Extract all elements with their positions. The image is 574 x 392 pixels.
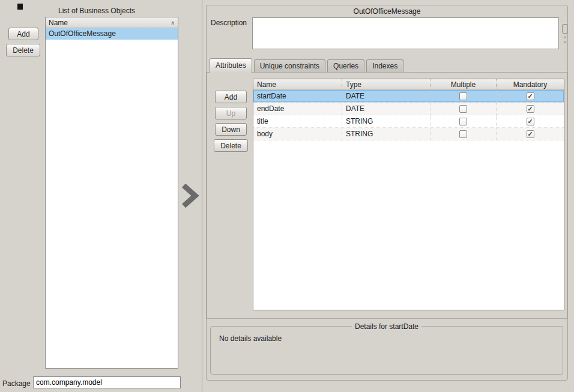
attribute-name-cell: body <box>253 128 342 140</box>
multiple-checkbox[interactable] <box>459 92 467 100</box>
attributes-table: Name Type Multiple Mandatory startDateDA… <box>253 79 564 310</box>
business-objects-title: List of Business Objects <box>19 7 175 15</box>
details-group <box>210 326 563 375</box>
attribute-mandatory-cell <box>497 128 564 140</box>
delete-attribute-button[interactable]: Delete <box>214 139 248 152</box>
business-object-list-items: OutOfOfficeMessage <box>46 28 178 40</box>
tab-indexes[interactable]: Indexes <box>366 59 403 72</box>
attributes-table-header: Name Type Multiple Mandatory <box>253 79 564 90</box>
details-group-title: Details for startDate <box>210 322 563 331</box>
column-header-name[interactable]: Name <box>253 79 342 89</box>
list-header-label: Name <box>49 19 68 27</box>
package-label: Package <box>2 379 31 388</box>
attribute-mandatory-cell <box>497 103 564 115</box>
attribute-type-cell: DATE <box>342 90 431 102</box>
attribute-multiple-cell <box>431 90 497 102</box>
tab-unique-constraints[interactable]: Unique constraints <box>254 59 325 72</box>
attribute-multiple-cell <box>431 115 497 127</box>
column-header-type[interactable]: Type <box>342 79 431 89</box>
mandatory-checkbox[interactable] <box>527 130 534 138</box>
move-up-button[interactable]: Up <box>215 107 247 119</box>
description-label: Description <box>211 19 247 27</box>
multiple-checkbox[interactable] <box>459 118 467 125</box>
details-message: No details available <box>219 334 282 343</box>
transfer-arrow-icon <box>181 182 200 210</box>
attribute-name-cell: title <box>253 115 342 127</box>
add-business-object-button[interactable]: Add <box>8 28 38 40</box>
attribute-mandatory-cell <box>497 115 564 127</box>
column-header-mandatory[interactable]: Mandatory <box>497 79 564 89</box>
attribute-row[interactable]: startDateDATE <box>253 90 564 103</box>
attribute-multiple-cell <box>431 128 497 140</box>
list-header-name[interactable]: Name ∧ <box>46 17 178 28</box>
attribute-row[interactable]: endDateDATE <box>253 103 564 115</box>
multiple-checkbox[interactable] <box>459 130 467 138</box>
mandatory-checkbox[interactable] <box>527 92 534 100</box>
delete-business-object-button[interactable]: Delete <box>6 44 40 56</box>
column-header-multiple[interactable]: Multiple <box>431 79 497 89</box>
move-down-button[interactable]: Down <box>215 123 247 136</box>
attribute-type-cell: DATE <box>342 103 431 115</box>
attribute-type-cell: STRING <box>342 115 431 127</box>
mandatory-checkbox[interactable] <box>527 118 534 125</box>
attribute-type-cell: STRING <box>342 128 431 140</box>
add-attribute-button[interactable]: Add <box>215 91 247 103</box>
attribute-row[interactable]: titleSTRING <box>253 115 564 128</box>
pane-splitter[interactable] <box>202 0 202 392</box>
sort-ascending-icon: ∧ <box>171 20 175 26</box>
app-window: List of Business Objects Add Delete Name… <box>0 0 574 392</box>
attribute-row[interactable]: bodySTRING <box>253 128 564 140</box>
scroll-down-icon[interactable]: ˅ <box>561 40 569 45</box>
package-input[interactable] <box>33 376 181 388</box>
list-item[interactable]: OutOfOfficeMessage <box>46 28 178 40</box>
attribute-name-cell: endDate <box>253 103 342 115</box>
attributes-table-body: startDateDATEendDateDATEtitleSTRINGbodyS… <box>253 90 564 140</box>
attribute-name-cell: startDate <box>253 90 342 102</box>
details-group-title-text: Details for startDate <box>352 322 421 331</box>
business-object-group-title: OutOfOfficeMessage <box>206 7 568 16</box>
scrollbar-thumb[interactable] <box>562 24 568 34</box>
tab-attributes[interactable]: Attributes <box>210 58 252 73</box>
mandatory-checkbox[interactable] <box>527 105 534 113</box>
tab-queries[interactable]: Queries <box>327 59 364 72</box>
attribute-multiple-cell <box>431 103 497 115</box>
multiple-checkbox[interactable] <box>459 105 467 113</box>
attribute-mandatory-cell <box>497 90 564 102</box>
tab-strip: AttributesUnique constraintsQueriesIndex… <box>210 58 403 73</box>
description-textarea[interactable] <box>252 17 559 49</box>
business-object-list: Name ∧ OutOfOfficeMessage <box>45 17 178 369</box>
description-scrollbar[interactable]: ˄ ˅ <box>561 24 569 45</box>
